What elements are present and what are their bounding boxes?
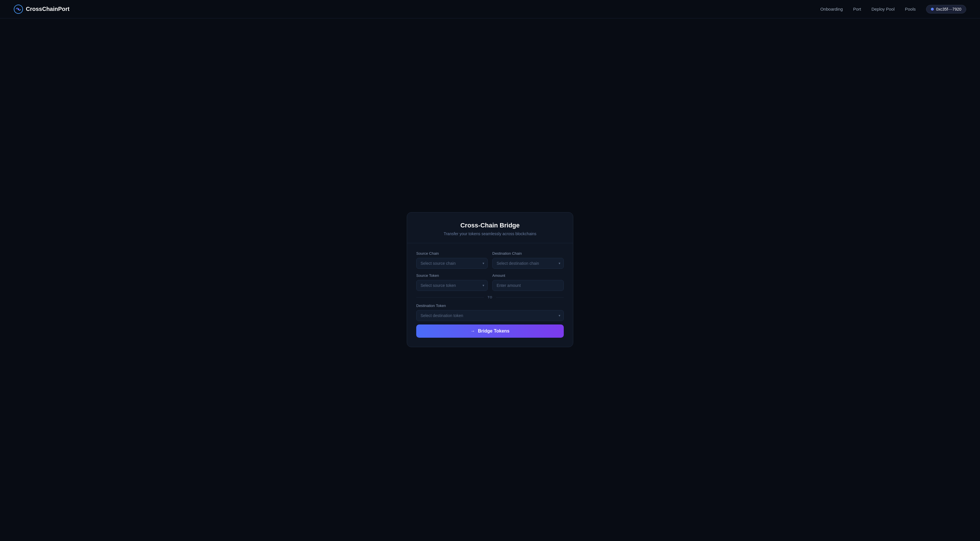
amount-input[interactable]: [492, 280, 564, 291]
destination-token-label: Destination Token: [416, 304, 564, 308]
main-content: Cross-Chain Bridge Transfer your tokens …: [0, 18, 980, 541]
card-subtitle: Transfer your tokens seamlessly across b…: [416, 231, 564, 236]
source-token-select[interactable]: Select source token: [416, 280, 488, 291]
to-divider-label: TO: [487, 296, 492, 299]
source-token-group: Source Token Select source token ▾: [416, 274, 488, 291]
to-divider: TO: [416, 296, 564, 299]
destination-chain-label: Destination Chain: [492, 251, 564, 256]
wallet-status-dot: [931, 8, 934, 11]
nav-links: Onboarding Port Deploy Pool Pools 0xc35f…: [820, 5, 966, 13]
token-amount-row: Source Token Select source token ▾ Amoun…: [416, 274, 564, 291]
amount-group: Amount: [492, 274, 564, 291]
brand-name: CrossChainPort: [26, 6, 70, 12]
destination-token-select-wrapper: Select destination token ▾: [416, 310, 564, 321]
divider-line-left: [416, 297, 484, 298]
source-chain-select[interactable]: Select source chain: [416, 258, 488, 269]
navbar: CrossChainPort Onboarding Port Deploy Po…: [0, 0, 980, 18]
source-token-select-wrapper: Select source token ▾: [416, 280, 488, 291]
bridge-card: Cross-Chain Bridge Transfer your tokens …: [407, 212, 573, 347]
bridge-button[interactable]: → Bridge Tokens: [416, 325, 564, 338]
bridge-button-label: Bridge Tokens: [478, 328, 509, 334]
destination-chain-group: Destination Chain Select destination cha…: [492, 251, 564, 269]
nav-port[interactable]: Port: [853, 6, 861, 11]
source-chain-select-wrapper: Select source chain ▾: [416, 258, 488, 269]
arrow-icon: →: [471, 328, 475, 334]
nav-deploy-pool[interactable]: Deploy Pool: [872, 6, 895, 11]
wallet-button[interactable]: 0xc35f····7920: [926, 5, 966, 13]
chain-row: Source Chain Select source chain ▾ Desti…: [416, 251, 564, 269]
nav-pools[interactable]: Pools: [905, 6, 916, 11]
wallet-address: 0xc35f····7920: [936, 7, 961, 11]
source-chain-group: Source Chain Select source chain ▾: [416, 251, 488, 269]
destination-token-group: Destination Token Select destination tok…: [416, 304, 564, 321]
divider-line-right: [496, 297, 564, 298]
amount-label: Amount: [492, 274, 564, 278]
destination-chain-select-wrapper: Select destination chain ▾: [492, 258, 564, 269]
card-title: Cross-Chain Bridge: [416, 222, 564, 229]
source-chain-label: Source Chain: [416, 251, 488, 256]
logo-icon: [14, 5, 23, 14]
brand-logo[interactable]: CrossChainPort: [14, 5, 70, 14]
destination-token-select[interactable]: Select destination token: [416, 310, 564, 321]
svg-point-1: [18, 8, 19, 10]
nav-onboarding[interactable]: Onboarding: [820, 6, 843, 11]
card-body: Source Chain Select source chain ▾ Desti…: [407, 243, 573, 347]
destination-chain-select[interactable]: Select destination chain: [492, 258, 564, 269]
card-header: Cross-Chain Bridge Transfer your tokens …: [407, 213, 573, 243]
source-token-label: Source Token: [416, 274, 488, 278]
